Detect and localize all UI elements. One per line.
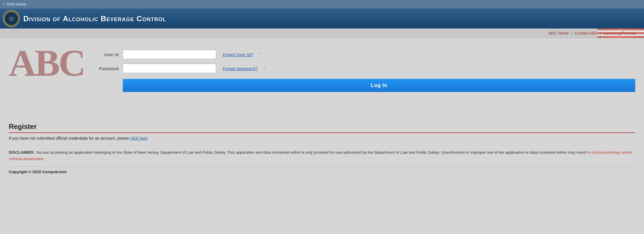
disclaimer-section: DISCLAIMER: You are accessing an applica… — [0, 149, 644, 166]
main-content: ABC User Id: Forgot User Id? * Password:… — [0, 38, 644, 120]
login-section: User Id: Forgot User Id? * Password: For… — [96, 44, 635, 92]
register-text: If you have not submitted official crede… — [9, 136, 635, 141]
register-click-here-link[interactable]: click here — [130, 136, 148, 141]
seal-icon: ⚖ — [9, 15, 14, 22]
licensing-permits-link[interactable]: Licensing/Permits — [601, 30, 638, 36]
copyright-section: Copyright © 2015 Computronix — [0, 167, 644, 180]
forgot-password-link[interactable]: Forgot password? — [223, 66, 258, 71]
userid-label: User Id: — [96, 52, 119, 57]
nj-seal: ⚖ — [3, 10, 20, 27]
page-title: Division of Alcoholic Beverage Control — [23, 14, 166, 23]
register-section: Register If you have not submitted offic… — [0, 120, 644, 149]
abc-home-link[interactable]: ABC Home — [546, 30, 571, 36]
oag-home-icon: ‣ — [3, 2, 5, 6]
disclaimer-bold-prefix: DISCLAIMER: — [9, 150, 35, 155]
abc-logo: ABC — [9, 47, 84, 79]
register-divider — [9, 132, 635, 133]
nav-bar: ABC Home | Contact ABC | Licensing/Permi… — [0, 29, 644, 38]
copyright-text: Copyright © 2015 Computronix — [9, 170, 635, 174]
password-input[interactable] — [123, 64, 216, 73]
disclaimer-body: You are accessing an application belongi… — [35, 150, 587, 155]
contact-abc-link[interactable]: Contact ABC — [572, 30, 600, 36]
register-text-before: If you have not submitted official crede… — [9, 136, 130, 141]
disclaimer-text: DISCLAIMER: You are accessing an applica… — [9, 149, 635, 162]
password-label: Password: — [96, 66, 119, 71]
flag-red3 — [597, 36, 644, 38]
userid-input[interactable] — [123, 50, 216, 59]
userid-row: User Id: Forgot User Id? * — [96, 50, 635, 59]
oag-home-label: OAG Home — [6, 2, 26, 6]
register-title: Register — [9, 123, 635, 131]
header-top-bar: ‣ OAG Home — [0, 0, 644, 9]
seal-inner: ⚖ — [4, 11, 19, 26]
userid-asterisk: * — [259, 52, 261, 57]
oag-home-link[interactable]: ‣ OAG Home — [3, 2, 26, 6]
forgot-userid-link[interactable]: Forgot User Id? — [223, 52, 253, 57]
password-asterisk: * — [264, 66, 265, 71]
header-main: ⚖ Division of Alcoholic Beverage Control — [0, 9, 644, 29]
login-button[interactable]: Log In — [123, 79, 635, 92]
password-row: Password: Forgot password? * — [96, 64, 635, 73]
nav-links: ABC Home | Contact ABC | Licensing/Permi… — [546, 30, 638, 36]
